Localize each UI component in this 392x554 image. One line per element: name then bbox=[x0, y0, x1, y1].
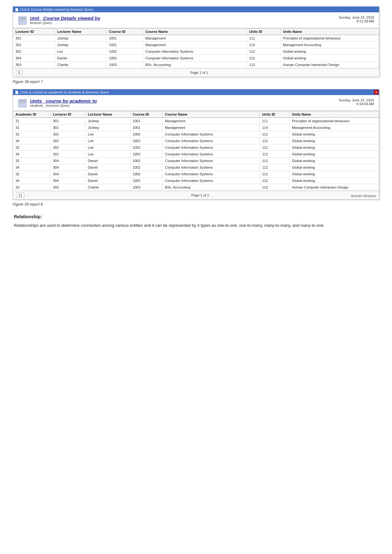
report7-window: 📄 Unit & Course Details viewed by lectur… bbox=[13, 6, 379, 77]
svg-rect-8 bbox=[19, 103, 26, 103]
report8-footer: 11 Page 1 of 1 Activate Windows bbox=[13, 191, 379, 199]
svg-rect-1 bbox=[19, 18, 26, 19]
col2-course-name-header: Course Name bbox=[162, 111, 259, 118]
report8-titlebar: 📄 Units & course by academic to students… bbox=[13, 89, 379, 95]
report8-date: Sunday, June 24, 2018 bbox=[339, 98, 374, 102]
report8-window: 📄 Units & course by academic to students… bbox=[13, 89, 379, 200]
relationship-section: Relationship: Relationships are used to … bbox=[13, 214, 379, 229]
table-row: 34302Lee1002Computer Information Systems… bbox=[13, 151, 379, 158]
table-row: 32302Lee1002Computer Information Systems… bbox=[13, 131, 379, 138]
report8-header: Units _course by academic to students _l… bbox=[13, 95, 379, 111]
report8-page-info: Page 1 of 1 bbox=[24, 193, 376, 197]
report8-close-button[interactable]: ✕ bbox=[374, 90, 378, 94]
report7-time: 9:12:39 AM bbox=[339, 19, 374, 23]
table-row: 301Joshep1001Management111Principles of … bbox=[13, 35, 379, 42]
table-row: 32304Daniel1002Computer Information Syst… bbox=[13, 158, 379, 164]
report8-table: Academic ID Lecturer ID Lecturer Name Co… bbox=[13, 111, 379, 191]
report7-title-block: Unit _Course Details viewed by lecturer … bbox=[18, 15, 100, 26]
report7-date: Sunday, June 24, 2018 bbox=[339, 15, 374, 19]
svg-rect-9 bbox=[19, 104, 24, 104]
col-course-name-header: Course Name bbox=[143, 28, 247, 35]
col2-units-id-header: Units ID bbox=[259, 111, 289, 118]
activate-windows-text: Activate Windows bbox=[351, 194, 376, 198]
table-row: 32302Lee1002Computer Information Systems… bbox=[13, 144, 379, 151]
relationship-body: Relationships are used to determine conn… bbox=[14, 222, 378, 229]
report7-title-h2: Unit _Course Details viewed by bbox=[30, 15, 100, 21]
col-academic-id-header: Academic ID bbox=[13, 111, 50, 118]
relationship-heading: Relationship: bbox=[14, 214, 378, 219]
report8-title-text: Units _course by academic to students _l… bbox=[30, 98, 97, 107]
col2-lecturer-name-header: Lecturer Name bbox=[85, 111, 130, 118]
report7-titlebar-icon: 📄 bbox=[15, 8, 19, 11]
table-row: 31301Joshep1001Management111Principles o… bbox=[13, 118, 379, 124]
table-row: 31301Joshep1001Management114Management A… bbox=[13, 124, 379, 131]
report8-titlebar-label: Units & course by academic to students &… bbox=[20, 90, 109, 94]
report7-page-info: Page 1 of 1 bbox=[22, 71, 376, 75]
report7-table: Lecturer ID Lecturer Name Course ID Cour… bbox=[13, 28, 379, 68]
col-lecturer-id-header: Lecturer ID bbox=[13, 28, 54, 35]
figure39-caption: Figure 39 report 8 bbox=[13, 202, 379, 207]
report7-datetime: Sunday, June 24, 2018 9:12:39 AM bbox=[339, 15, 374, 23]
table-row: 34302Lee1002Computer Information Systems… bbox=[13, 138, 379, 144]
col-course-id-header: Course ID bbox=[106, 28, 143, 35]
table-row: 33303Charlie1003BSc. Accounting113Human … bbox=[13, 184, 379, 191]
report8-datetime: Sunday, June 24, 2018 9:18:04 AM bbox=[339, 98, 374, 106]
report8-title-block: Units _course by academic to students _l… bbox=[18, 98, 97, 109]
table-row: 32304Daniel1002Computer Information Syst… bbox=[13, 171, 379, 178]
col-lecturer-name-header: Lecturer Name bbox=[54, 28, 106, 35]
report7-header-row: Lecturer ID Lecturer Name Course ID Cour… bbox=[13, 28, 379, 35]
report8-titlebar-icon: 📄 bbox=[15, 91, 19, 94]
table-row: 304Daniel1002Computer Information System… bbox=[13, 55, 379, 62]
svg-rect-3 bbox=[19, 20, 26, 21]
report7-title-sub: lecturer Query bbox=[30, 21, 100, 25]
report8-title-sub: students _lecturers Query bbox=[30, 104, 97, 107]
report7-footer: 5 Page 1 of 1 bbox=[13, 68, 379, 77]
col2-units-name-header: Units Name bbox=[289, 111, 379, 118]
report7-title-icon bbox=[18, 16, 27, 26]
svg-rect-4 bbox=[19, 21, 24, 21]
col2-lecturer-id-header: Lecturer ID bbox=[50, 111, 85, 118]
report8-time: 9:18:04 AM bbox=[339, 102, 374, 106]
table-row: 301Joshep1001Management114Management Acc… bbox=[13, 42, 379, 48]
report7-title-text: Unit _Course Details viewed by lecturer … bbox=[30, 15, 100, 25]
report7-header: Unit _Course Details viewed by lecturer … bbox=[13, 12, 379, 28]
report7-titlebar-label: Unit & Course Details viewed by lectures… bbox=[20, 8, 93, 11]
table-row: 34304Daniel1002Computer Information Syst… bbox=[13, 178, 379, 184]
table-row: 303Charlie1003BSc. Accounting113Human Co… bbox=[13, 62, 379, 68]
svg-rect-7 bbox=[19, 102, 26, 102]
report8-record-count: 11 bbox=[16, 193, 24, 198]
report8-title-icon bbox=[18, 99, 27, 109]
col-units-id-header: Units ID bbox=[246, 28, 280, 35]
table-row: 302Lee1002Computer Information Systems11… bbox=[13, 48, 379, 55]
report8-title-h2: Units _course by academic to bbox=[30, 98, 97, 104]
col2-course-id-header: Course ID bbox=[130, 111, 162, 118]
figure38-caption: Figure 38 report 7 bbox=[13, 80, 379, 84]
report7-record-count: 5 bbox=[16, 70, 22, 75]
svg-rect-6 bbox=[19, 101, 26, 101]
svg-rect-2 bbox=[19, 19, 26, 20]
report7-titlebar: 📄 Unit & Course Details viewed by lectur… bbox=[13, 7, 379, 12]
table-row: 34304Daniel1002Computer Information Syst… bbox=[13, 164, 379, 171]
report8-header-row: Academic ID Lecturer ID Lecturer Name Co… bbox=[13, 111, 379, 118]
col-units-name-header: Units Name bbox=[280, 28, 379, 35]
